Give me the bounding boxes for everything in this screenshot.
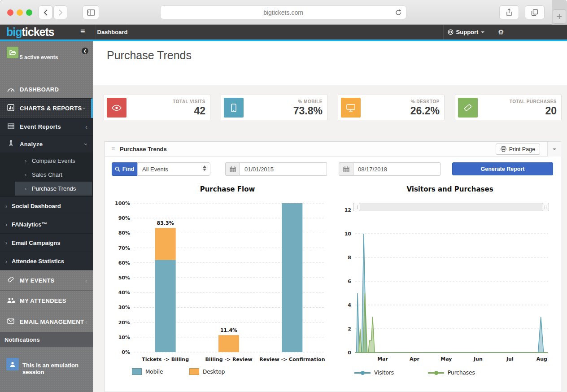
reload-icon[interactable] xyxy=(395,9,401,16)
svg-text:Jun: Jun xyxy=(473,356,483,362)
stat-card-total-visits: TOTAL VISITS 42 xyxy=(104,95,210,120)
chevron-down-icon xyxy=(553,148,556,150)
chevron-right-icon: › xyxy=(25,171,26,178)
svg-text:50%: 50% xyxy=(118,275,130,281)
sidebar-item-purchase-trends[interactable]: › Purchase Trends xyxy=(15,182,92,196)
bigtickets-logo[interactable]: bigtickets xyxy=(6,26,54,39)
minimize-window-button[interactable] xyxy=(17,9,23,16)
visitors-line-marker xyxy=(354,371,371,375)
back-button[interactable] xyxy=(39,5,52,19)
stat-card-total-purchases: TOTAL PURCHASES 20 xyxy=(455,95,562,120)
menu-toggle-icon[interactable]: ≡ xyxy=(80,27,85,36)
user-icon xyxy=(6,358,19,370)
svg-text:6: 6 xyxy=(348,279,351,284)
svg-text:80%: 80% xyxy=(118,230,130,236)
chevron-right-icon: › xyxy=(5,240,7,246)
svg-text:10%: 10% xyxy=(118,335,130,340)
svg-text:0: 0 xyxy=(348,350,351,356)
sidebar-collapse-button[interactable]: ❮ xyxy=(82,48,88,54)
svg-text:Tickets -> Billing: Tickets -> Billing xyxy=(142,357,189,362)
sidebar-item-social-dashboard[interactable]: › Social Dashboard xyxy=(0,196,93,215)
nav-tab-dashboard[interactable]: Dashboard xyxy=(96,25,129,39)
range-handle-right[interactable] xyxy=(542,203,549,211)
back-icon xyxy=(44,9,48,16)
sidebar-item-my-attendees[interactable]: MY ATTENDEES xyxy=(0,290,93,311)
svg-text:2: 2 xyxy=(348,326,351,332)
envelope-icon xyxy=(7,318,15,326)
mobile-icon xyxy=(224,98,244,118)
sidebar-item-analyze[interactable]: Analyze › xyxy=(0,135,93,152)
generate-report-button[interactable]: Generate Report xyxy=(452,162,553,175)
eye-icon xyxy=(107,98,126,118)
event-filter-select[interactable]: All Events xyxy=(137,162,210,176)
calendar-icon xyxy=(225,162,240,176)
svg-text:30%: 30% xyxy=(118,305,130,310)
address-bar[interactable]: bigtickets.com xyxy=(160,5,406,19)
ticket-icon xyxy=(7,276,15,285)
svg-text:Billing -> Review: Billing -> Review xyxy=(205,357,252,362)
sidebar-item-email-management[interactable]: EMAIL MANAGEMENT ‹ xyxy=(0,311,93,332)
sidebar-toggle-button[interactable] xyxy=(83,5,99,19)
chevron-left-icon: ‹ xyxy=(85,123,87,131)
date-from-input[interactable] xyxy=(240,162,327,176)
forward-button[interactable] xyxy=(53,5,67,19)
svg-text:Apr: Apr xyxy=(410,356,419,362)
calendar-icon xyxy=(339,162,353,176)
printer-icon xyxy=(501,146,506,152)
nav-support-menu[interactable]: Support xyxy=(446,25,486,39)
print-page-button[interactable]: Print Page xyxy=(496,144,540,155)
panel-title: Purchase Trends xyxy=(120,146,167,152)
sidebar-item-fanalytics[interactable]: › FANalytics™ xyxy=(0,215,93,233)
sidebar-item-sales-chart[interactable]: › Sales Chart xyxy=(15,168,92,182)
app-navbar: bigtickets ≡ Dashboard Support ⚙ xyxy=(0,25,567,39)
purchases-line-marker xyxy=(428,371,444,375)
new-tab-button[interactable]: + xyxy=(553,9,566,24)
svg-text:20%: 20% xyxy=(118,320,130,326)
browser-window: bigtickets.com + bigtickets ≡ Das xyxy=(0,0,567,392)
purchase-trends-panel: ≡ Purchase Trends Print Page xyxy=(105,141,561,392)
sidebar-item-email-campaigns[interactable]: › Email Campaigns xyxy=(0,233,93,252)
stat-card-percent-mobile: % MOBILE 73.8% xyxy=(221,95,327,120)
tabs-overview-button[interactable] xyxy=(525,5,545,19)
sidebar-item-event-reports[interactable]: Event Reports ‹ xyxy=(0,118,93,135)
panel-collapse-button[interactable] xyxy=(547,142,561,157)
page-header: Purchase Trends xyxy=(93,41,567,85)
share-button[interactable] xyxy=(499,5,519,19)
sidebar-item-dashboard[interactable]: DASHBOARD xyxy=(0,68,93,98)
settings-gear-button[interactable]: ⚙ xyxy=(492,25,510,39)
events-folder-icon xyxy=(7,47,18,58)
close-window-button[interactable] xyxy=(7,9,13,16)
maximize-window-button[interactable] xyxy=(26,9,32,16)
chevron-left-icon: ‹ xyxy=(85,277,87,284)
panel-header: ≡ Purchase Trends Print Page xyxy=(105,142,561,157)
visitors-purchases-chart: 024681012MarAprMayJunJulAug xyxy=(335,194,556,374)
visitors-legend-item: Visitors xyxy=(354,370,394,376)
svg-text:4: 4 xyxy=(348,302,351,308)
flask-icon xyxy=(7,140,15,148)
sidebar-icon xyxy=(87,9,95,16)
life-ring-icon xyxy=(448,29,454,35)
active-events-summary[interactable]: 5 active events ❮ xyxy=(0,41,93,68)
range-handle-left[interactable] xyxy=(353,203,360,211)
chart-range-scrollbar[interactable] xyxy=(353,203,549,211)
sidebar-item-attendee-statistics[interactable]: › Attendee Statistics xyxy=(0,252,93,270)
sidebar-item-compare-events[interactable]: › Compare Events xyxy=(15,154,92,168)
sidebar-item-charts-reports[interactable]: CHARTS & REPORTS › xyxy=(0,98,93,118)
svg-text:40%: 40% xyxy=(118,290,130,296)
find-button[interactable]: Find xyxy=(112,162,137,176)
sidebar: 5 active events ❮ DASHBOARD CHARTS & REP… xyxy=(0,41,93,392)
svg-text:Mar: Mar xyxy=(377,356,388,362)
svg-text:83.3%: 83.3% xyxy=(157,220,174,226)
notification-item[interactable]: This is an emulation session xyxy=(0,347,93,392)
share-icon xyxy=(506,9,512,16)
panel-menu-icon[interactable]: ≡ xyxy=(111,145,115,152)
chevron-right-icon: › xyxy=(5,258,7,265)
sidebar-item-my-events[interactable]: MY EVENTS ‹ xyxy=(0,270,93,290)
forward-icon xyxy=(58,9,63,16)
svg-text:8: 8 xyxy=(348,255,351,261)
search-icon xyxy=(115,166,120,172)
desktop-swatch xyxy=(189,368,199,375)
chevron-left-icon: ‹ xyxy=(85,318,87,326)
ticket-icon xyxy=(458,98,478,118)
date-to-input[interactable] xyxy=(353,162,441,176)
